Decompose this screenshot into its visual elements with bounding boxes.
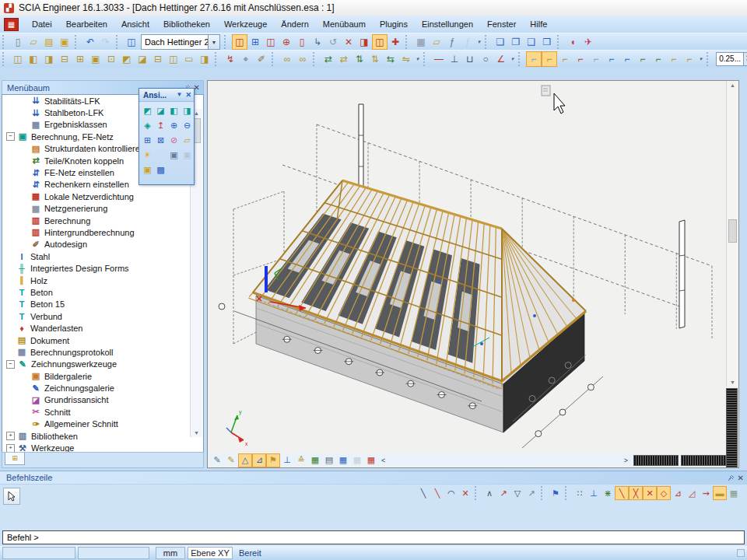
- tree-item[interactable]: + ▥ Bibliotheken: [2, 430, 203, 442]
- toolbar-icon[interactable]: ∞: [295, 51, 310, 67]
- toolbar-icon[interactable]: ⊞: [72, 51, 88, 67]
- toolbar-icon[interactable]: ⌐: [588, 51, 604, 67]
- snap-icon[interactable]: ∧: [482, 486, 496, 500]
- toolbar-icon[interactable]: ⊟: [57, 51, 72, 67]
- toolbar-icon[interactable]: ❏: [493, 34, 508, 50]
- view-tool-icon[interactable]: ◧: [167, 104, 181, 117]
- tree-expander[interactable]: −: [6, 132, 15, 141]
- toolbar-icon[interactable]: ↺: [325, 34, 341, 50]
- toolbar-icon[interactable]: ○: [478, 51, 493, 67]
- toolbar-icon[interactable]: ▭: [181, 51, 197, 67]
- toolbar-icon[interactable]: ⊕: [279, 34, 294, 50]
- toolbar-icon[interactable]: ⇄: [336, 51, 352, 67]
- tree-item[interactable]: ▥ Berechnung: [2, 215, 203, 226]
- menu-item[interactable]: Bibliotheken: [156, 16, 217, 33]
- snap-icon[interactable]: ◿: [685, 486, 699, 500]
- toolbar-icon[interactable]: ⌐: [682, 51, 697, 67]
- status-plane[interactable]: Ebene XY: [188, 547, 233, 559]
- toolbar-icon[interactable]: ◫: [10, 51, 26, 67]
- rotate-scrollbar-horizontal-2[interactable]: [681, 455, 726, 466]
- command-input[interactable]: Befehl >: [2, 530, 745, 544]
- menu-item[interactable]: Fenster: [480, 16, 523, 33]
- toolbar-icon[interactable]: ✕: [341, 34, 356, 50]
- snap-icon[interactable]: ↗: [524, 486, 538, 500]
- tree-item[interactable]: ◪ Grundrissansicht: [2, 394, 203, 406]
- dropdown-arrow-icon[interactable]: ▼: [208, 35, 219, 49]
- view-setting-icon[interactable]: ▤: [322, 453, 336, 467]
- snap-icon[interactable]: ╲: [430, 486, 444, 500]
- toolbar-scroll-left[interactable]: <: [378, 457, 388, 464]
- toolbar-icon[interactable]: ƒ: [444, 34, 460, 50]
- tree-item[interactable]: − ✎ Zeichnungswerkzeuge: [2, 359, 203, 370]
- toolbar-icon[interactable]: ⌐: [635, 51, 651, 67]
- view-tool-icon[interactable]: ⊕: [167, 119, 181, 132]
- snap-icon[interactable]: ⊿: [671, 486, 685, 500]
- tree-item[interactable]: ▦ Netzgenerierung: [2, 203, 203, 215]
- toolbar-icon[interactable]: ◫: [124, 34, 139, 50]
- menu-item[interactable]: Datei: [25, 16, 59, 33]
- snap-icon[interactable]: ✕: [643, 486, 657, 500]
- snap-icon[interactable]: ▽: [510, 486, 524, 500]
- toolbar-icon[interactable]: ⌐: [542, 51, 557, 67]
- toolbar-icon[interactable]: ◨: [197, 51, 212, 67]
- tree-item[interactable]: ♦ Wanderlasten: [2, 322, 203, 334]
- view-setting-icon[interactable]: ▦: [336, 453, 350, 467]
- view-tool-icon[interactable]: ⊠: [154, 134, 167, 147]
- toolbar-icon[interactable]: ▯: [10, 34, 26, 50]
- snap-icon[interactable]: ✕: [458, 486, 472, 500]
- toolbar-scroll-right[interactable]: >: [621, 457, 631, 464]
- tree-expander[interactable]: −: [6, 360, 15, 369]
- toolbar-icon[interactable]: ⌐: [526, 51, 542, 67]
- status-units[interactable]: mm: [156, 547, 185, 559]
- scia-logo-icon[interactable]: ▦: [4, 18, 19, 31]
- toolbar-icon[interactable]: ⌐: [619, 51, 635, 67]
- toolbar-icon[interactable]: ↯: [223, 51, 238, 67]
- toolbar-icon[interactable]: ⊔: [462, 51, 478, 67]
- pin-icon[interactable]: [728, 474, 735, 481]
- select-cursor-button[interactable]: [3, 488, 20, 505]
- tree-item[interactable]: I Stahl: [2, 250, 203, 262]
- toolbar-icon[interactable]: ◖: [565, 34, 580, 50]
- snap-icon[interactable]: ⇝: [699, 486, 713, 500]
- view-tool-icon[interactable]: ☀: [141, 149, 154, 162]
- toolbar-icon[interactable]: ⊟: [150, 51, 166, 67]
- view-tool-icon[interactable]: ▣: [181, 149, 194, 162]
- menu-item[interactable]: Ansicht: [114, 16, 156, 33]
- tree-item[interactable]: ╫ Integriertes Design Forms: [2, 262, 203, 274]
- view-tool-icon[interactable]: ▣: [167, 149, 181, 162]
- view-tool-icon[interactable]: ◈: [141, 119, 154, 132]
- snap-icon[interactable]: ◠: [444, 486, 458, 500]
- view-setting-icon[interactable]: ≙: [294, 453, 308, 467]
- toolbar-icon[interactable]: ◫: [263, 34, 279, 50]
- toolbar-icon[interactable]: ⇆: [383, 51, 398, 67]
- toolbar-icon[interactable]: ▦: [413, 34, 429, 50]
- toolbar-icon[interactable]: ✚: [388, 34, 403, 50]
- chevron-down-icon[interactable]: ▼: [177, 91, 183, 99]
- toolbar-icon[interactable]: ⊞: [247, 34, 263, 50]
- active-project-dropdown[interactable]: Dach Hettinger 27. ▼: [141, 34, 220, 50]
- snap-icon[interactable]: ◇: [657, 486, 671, 500]
- toolbar-icon[interactable]: ⇅: [352, 51, 367, 67]
- snap-icon[interactable]: ⚑: [549, 486, 563, 500]
- snap-icon[interactable]: ▬: [713, 486, 727, 500]
- toolbar-icon[interactable]: ⌐: [573, 51, 588, 67]
- toolbar-icon[interactable]: ⌐: [557, 51, 573, 67]
- tree-item[interactable]: T Beton: [2, 286, 203, 298]
- model-viewport[interactable]: yx ▲ ▼ ✎✎△⊿⚑⊥≙▦▤▦▦▦ < >: [207, 80, 739, 468]
- snap-icon[interactable]: ⋇: [601, 486, 615, 500]
- view-tool-icon[interactable]: ◨: [181, 104, 194, 117]
- tree-expander[interactable]: +: [6, 432, 15, 440]
- toolbar-icon[interactable]: ◧: [26, 51, 41, 67]
- snap-icon[interactable]: ↗: [496, 486, 510, 500]
- toolbar-icon[interactable]: ◫: [232, 34, 247, 50]
- toolbar-icon[interactable]: ⇅: [367, 51, 383, 67]
- view-tool-icon[interactable]: [154, 149, 167, 162]
- menu-item[interactable]: Werkzeuge: [217, 16, 274, 33]
- toolbar-icon[interactable]: ↶: [82, 34, 98, 50]
- toolbar-icon[interactable]: ◫: [372, 34, 388, 50]
- tree-item[interactable]: ∥ Holz: [2, 275, 203, 286]
- snap-icon[interactable]: ╲: [615, 486, 629, 500]
- toolbar-grip[interactable]: [2, 35, 8, 49]
- menu-item[interactable]: Menübaum: [316, 16, 373, 33]
- view-tool-icon[interactable]: ▣: [141, 163, 154, 177]
